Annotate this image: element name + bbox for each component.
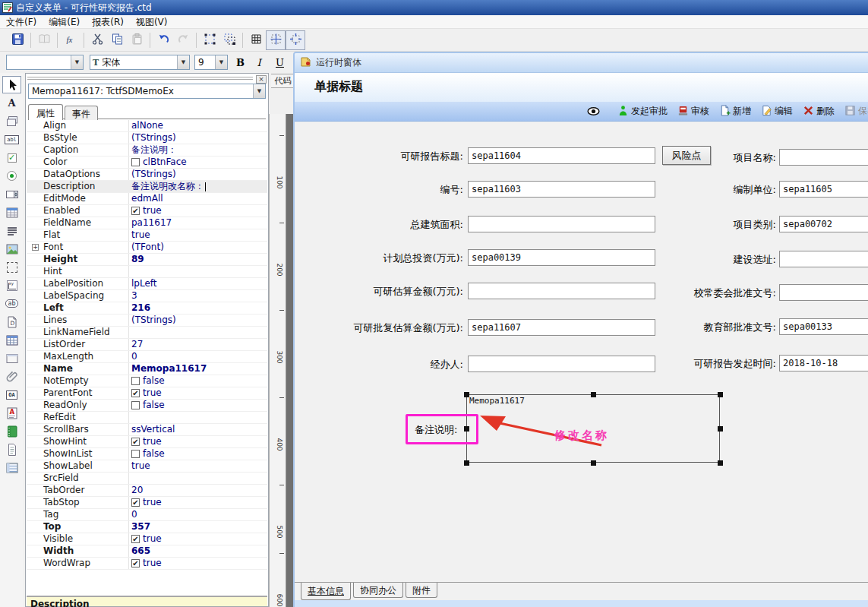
audit-button[interactable]: 审核 [677, 105, 709, 119]
menu-item-report[interactable]: 报表(R) [86, 15, 130, 29]
function-button[interactable]: fx [61, 30, 80, 50]
font-combo[interactable]: T 宋体 ▼ [90, 55, 190, 70]
preview-button[interactable] [34, 30, 54, 50]
property-value[interactable]: alNone [131, 120, 266, 131]
property-row-labelspacing[interactable]: LabelSpacing3 [27, 290, 267, 302]
property-value[interactable]: ✔true [131, 497, 266, 508]
property-row-flat[interactable]: Flattrue [27, 229, 267, 242]
property-row-fieldname[interactable]: FieldNamepa11617 [27, 217, 267, 229]
menu-item-edit[interactable]: 编辑(E) [43, 15, 86, 29]
notebook-tool-icon[interactable] [2, 422, 21, 440]
checkbox-checked-icon[interactable]: ✔ [131, 438, 140, 446]
property-row-maxlength[interactable]: MaxLength0 [27, 351, 267, 363]
property-value[interactable]: 89 [131, 254, 266, 265]
grid-button[interactable] [246, 30, 266, 50]
property-value[interactable] [131, 266, 266, 277]
property-value[interactable]: 3 [131, 290, 266, 302]
property-value[interactable]: lpLeft [131, 278, 266, 289]
attachment-tool-icon[interactable] [2, 368, 21, 385]
property-row-listorder[interactable]: ListOrder27 [27, 339, 267, 351]
panel-tool-icon[interactable] [2, 112, 21, 130]
property-row-showlabel[interactable]: ShowLabeltrue [27, 460, 267, 473]
property-value[interactable]: 665 [131, 545, 266, 557]
property-row-taborder[interactable]: TabOrder20 [27, 485, 267, 497]
chevron-down-icon[interactable]: ▼ [253, 84, 265, 98]
property-value[interactable]: false [131, 375, 266, 387]
property-row-enabled[interactable]: Enabled✔true [27, 205, 267, 217]
property-value[interactable]: pa11617 [131, 217, 266, 229]
copy-button[interactable] [107, 30, 127, 50]
style-combo[interactable]: ▼ [6, 55, 84, 70]
undo-button[interactable] [153, 30, 173, 50]
close-icon[interactable]: × [256, 75, 267, 84]
checkbox-checked-icon[interactable]: ✔ [131, 498, 140, 507]
property-value[interactable]: true [131, 460, 266, 472]
checkbox-checked-icon[interactable]: ✔ [131, 389, 140, 397]
chart-tool-icon[interactable]: xy [2, 277, 21, 294]
property-value[interactable]: ssVertical [131, 424, 266, 435]
property-row-readonly[interactable]: ReadOnlyfalse [27, 400, 267, 412]
cut-button[interactable] [87, 30, 107, 50]
property-row-description[interactable]: Description备注说明改名称： [27, 181, 267, 193]
property-value[interactable]: Memopa11617 [131, 363, 266, 375]
checkbox-unchecked-icon[interactable] [131, 450, 140, 458]
save-button[interactable]: 保存 [844, 105, 868, 119]
checkbox-tool-icon[interactable]: ✓ [2, 149, 21, 166]
radio-tool-icon[interactable] [2, 167, 21, 185]
property-row-color[interactable]: ColorclBtnFace [27, 156, 267, 169]
label-tool-icon[interactable]: A [2, 94, 21, 112]
resize-handle[interactable] [718, 460, 723, 466]
checkbox-unchecked-icon[interactable] [131, 158, 140, 166]
property-row-showhint[interactable]: ShowHint✔true [27, 436, 267, 448]
property-row-refedit[interactable]: RefEdit [27, 412, 267, 424]
image-tool-icon[interactable] [2, 240, 21, 258]
property-row-font[interactable]: +Font(TFont) [27, 242, 267, 254]
property-value[interactable]: 0 [131, 351, 266, 362]
property-value[interactable]: false [131, 400, 266, 411]
checkbox-unchecked-icon[interactable] [131, 401, 140, 409]
property-value[interactable] [131, 473, 266, 484]
underline-button[interactable]: U [270, 55, 287, 70]
property-row-width[interactable]: Width665 [27, 545, 267, 558]
italic-button[interactable]: I [251, 55, 267, 70]
property-value[interactable]: (TStrings) [131, 315, 266, 326]
window-tool-icon[interactable] [2, 349, 21, 367]
project-name-input[interactable] [779, 149, 868, 166]
chevron-down-icon[interactable]: ▼ [71, 55, 83, 69]
property-row-dataoptions[interactable]: DataOptions(TStrings) [27, 169, 267, 181]
property-value[interactable]: 27 [131, 339, 266, 350]
rich-text-tool-icon[interactable]: A [2, 404, 21, 422]
paste-button[interactable] [127, 30, 147, 50]
property-value[interactable]: 备注说明改名称： [131, 181, 266, 192]
checkbox-checked-icon[interactable]: ✔ [131, 535, 140, 543]
property-row-left[interactable]: Left216 [27, 302, 267, 315]
button-edit-tool-icon[interactable]: ab [2, 295, 21, 312]
start-approval-button[interactable]: 发起审批 [617, 105, 668, 119]
expand-icon[interactable]: + [32, 244, 39, 251]
property-row-tabstop[interactable]: TabStop✔true [27, 497, 267, 509]
property-value[interactable]: ✔true [131, 558, 266, 569]
property-row-tag[interactable]: Tag0 [27, 509, 267, 521]
chevron-down-icon[interactable]: ▼ [177, 55, 189, 69]
menu-item-view[interactable]: 视图(V) [130, 15, 174, 29]
select-button[interactable] [200, 30, 219, 50]
property-row-srcfield[interactable]: SrcField [27, 473, 267, 485]
frame-tool-icon[interactable] [2, 258, 21, 276]
checkbox-unchecked-icon[interactable] [131, 377, 140, 385]
eye-icon[interactable] [587, 106, 600, 119]
tab-code[interactable]: 代码 [271, 74, 295, 88]
property-row-name[interactable]: NameMemopa11617 [27, 363, 267, 375]
property-row-scrollbars[interactable]: ScrollBarsssVertical [27, 424, 267, 436]
property-value[interactable]: false [131, 448, 266, 460]
compiling-unit-input[interactable]: sepa11605 [779, 181, 868, 198]
construction-site-input[interactable] [779, 251, 868, 267]
memo-tool-icon[interactable] [2, 222, 21, 239]
save-button[interactable] [8, 30, 27, 50]
chevron-down-icon[interactable]: ▼ [215, 55, 227, 69]
edit-tool-icon[interactable]: abl [2, 131, 21, 148]
resize-handle[interactable] [591, 460, 596, 466]
delete-button[interactable]: 删除 [803, 105, 835, 119]
property-row-parentfont[interactable]: ParentFont✔true [27, 387, 267, 400]
property-row-linknamefield[interactable]: LinkNameField [27, 327, 267, 339]
edit-button[interactable]: 编辑 [761, 105, 793, 119]
